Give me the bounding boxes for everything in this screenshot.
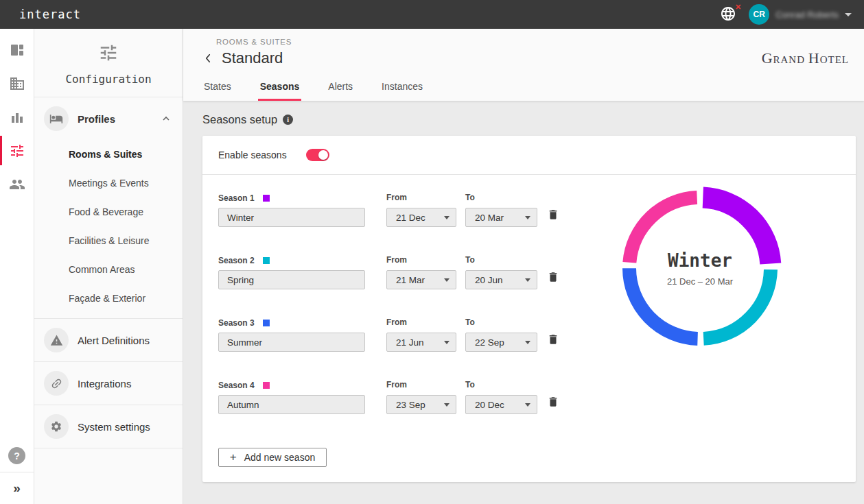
season-label: Season 4 <box>218 381 255 390</box>
sidebar-subitem[interactable]: Food & Beverage <box>34 197 183 226</box>
delete-season-button[interactable] <box>547 333 559 348</box>
tab-alerts[interactable]: Alerts <box>326 75 355 101</box>
sidebar-subitem[interactable]: Meetings & Events <box>34 169 183 197</box>
caret-down-icon <box>444 341 449 344</box>
rail-item-configuration[interactable] <box>0 134 34 167</box>
season-color-chip[interactable] <box>263 257 270 264</box>
sidebar-item-system-settings[interactable]: System settings <box>34 405 183 448</box>
sidebar-subitem[interactable]: Rooms & Suites <box>34 140 183 169</box>
from-date-select[interactable]: 21 Dec <box>386 208 456 227</box>
user-name: Conrad Roberts <box>775 10 839 20</box>
language-globe-button[interactable]: ✕ <box>720 5 738 23</box>
sidebar: Configuration Profiles Rooms & SuitesMee… <box>34 29 183 504</box>
from-label: From <box>386 317 456 328</box>
season-label: Season 3 <box>218 318 255 328</box>
to-date-select[interactable]: 20 Jun <box>465 270 537 289</box>
collapse-sidebar-button[interactable]: » <box>0 472 34 504</box>
warning-icon <box>50 334 63 347</box>
page-title: Standard <box>222 49 283 67</box>
sidebar-item-alert-definitions[interactable]: Alert Definitions <box>34 319 183 362</box>
enable-seasons-label: Enable seasons <box>218 149 287 160</box>
caret-down-icon <box>444 278 449 282</box>
notification-x-badge: ✕ <box>735 3 741 12</box>
tab-seasons[interactable]: Seasons <box>258 75 302 101</box>
season-color-chip[interactable] <box>263 195 270 202</box>
sliders-icon <box>9 143 25 159</box>
delete-season-button[interactable] <box>547 396 559 411</box>
rail-item-dashboard[interactable] <box>0 33 34 67</box>
help-icon: ? <box>8 447 25 464</box>
from-label: From <box>386 380 456 391</box>
season-name-input[interactable]: Autumn <box>218 395 365 414</box>
page-header: ROOMS & SUITES Standard GRAND HOTEL Stat… <box>183 29 864 101</box>
season-color-chip[interactable] <box>263 382 270 389</box>
from-date-select[interactable]: 21 Mar <box>386 270 456 289</box>
help-button[interactable]: ? <box>0 440 34 472</box>
seasons-card: Enable seasons Season 1 Winter From 21 D… <box>202 136 856 482</box>
chevron-down-icon <box>845 13 852 16</box>
profiles-label: Profiles <box>78 113 115 125</box>
caret-down-icon <box>525 216 530 219</box>
from-date-select[interactable]: 23 Sep <box>386 395 456 414</box>
season-label: Season 2 <box>218 256 255 265</box>
caret-down-icon <box>525 403 530 407</box>
to-label: To <box>465 193 537 204</box>
top-bar: interact ✕ CR Conrad Roberts <box>0 0 864 29</box>
plus-icon: + <box>230 451 237 464</box>
caret-down-icon <box>444 403 449 407</box>
add-new-season-button[interactable]: + Add new season <box>218 448 327 467</box>
info-icon[interactable]: i <box>283 115 293 125</box>
caret-down-icon <box>525 278 530 282</box>
season-name-input[interactable]: Winter <box>218 208 365 227</box>
enable-seasons-row: Enable seasons <box>202 136 856 175</box>
trash-icon <box>547 396 559 408</box>
to-label: To <box>465 255 537 266</box>
trash-icon <box>547 208 559 221</box>
chevron-left-icon <box>202 52 214 64</box>
delete-season-button[interactable] <box>547 208 559 224</box>
bed-icon <box>49 112 63 125</box>
season-row: Season 4 Autumn From 23 Sep To 20 Dec <box>218 380 856 414</box>
to-date-select[interactable]: 20 Mar <box>465 208 537 227</box>
avatar: CR <box>749 4 769 25</box>
rail-item-buildings[interactable] <box>0 67 34 100</box>
season-label: Season 1 <box>218 193 255 203</box>
to-label: To <box>465 317 537 328</box>
donut-segment-winter[interactable] <box>703 197 770 263</box>
sidebar-item-integrations[interactable]: Integrations <box>34 362 183 405</box>
delete-season-button[interactable] <box>547 271 559 286</box>
icon-rail: ? » <box>0 29 34 504</box>
back-button[interactable] <box>200 50 216 67</box>
hotel-brand-logo: GRAND HOTEL <box>762 49 849 67</box>
rail-item-users[interactable] <box>0 167 34 201</box>
bar-chart-icon <box>9 109 25 125</box>
gear-icon <box>50 420 62 433</box>
sidebar-title: Configuration <box>34 73 183 86</box>
user-menu[interactable]: CR Conrad Roberts <box>749 4 852 25</box>
from-date-select[interactable]: 21 Jun <box>386 333 456 352</box>
to-date-select[interactable]: 22 Sep <box>465 333 537 352</box>
sidebar-subitem[interactable]: Common Areas <box>34 255 183 284</box>
section-title-row: Seasons setup i <box>202 113 856 126</box>
season-name-input[interactable]: Spring <box>218 270 365 289</box>
trash-icon <box>547 271 559 283</box>
tab-bar: StatesSeasonsAlertsInstances <box>200 75 864 101</box>
donut-segment-spring[interactable] <box>703 269 771 339</box>
season-color-chip[interactable] <box>263 320 270 326</box>
configuration-sliders-icon <box>98 43 119 63</box>
sidebar-item-profiles[interactable]: Profiles <box>34 97 183 140</box>
to-date-select[interactable]: 20 Dec <box>465 395 537 414</box>
enable-seasons-toggle[interactable] <box>306 149 329 161</box>
sidebar-subitem[interactable]: Façade & Exterior <box>34 284 183 313</box>
tab-states[interactable]: States <box>202 75 233 101</box>
sidebar-subitem[interactable]: Facilities & Leisure <box>34 226 183 255</box>
caret-down-icon <box>525 341 530 344</box>
donut-segment-autumn[interactable] <box>629 197 697 263</box>
season-name-input[interactable]: Summer <box>218 333 365 352</box>
tab-instances[interactable]: Instances <box>380 75 425 101</box>
seasons-donut-chart: Winter 21 Dec – 20 Mar <box>614 182 786 354</box>
trash-icon <box>547 333 559 346</box>
people-icon <box>9 176 25 193</box>
rail-item-reports[interactable] <box>0 100 34 134</box>
donut-segment-summer[interactable] <box>629 268 698 339</box>
